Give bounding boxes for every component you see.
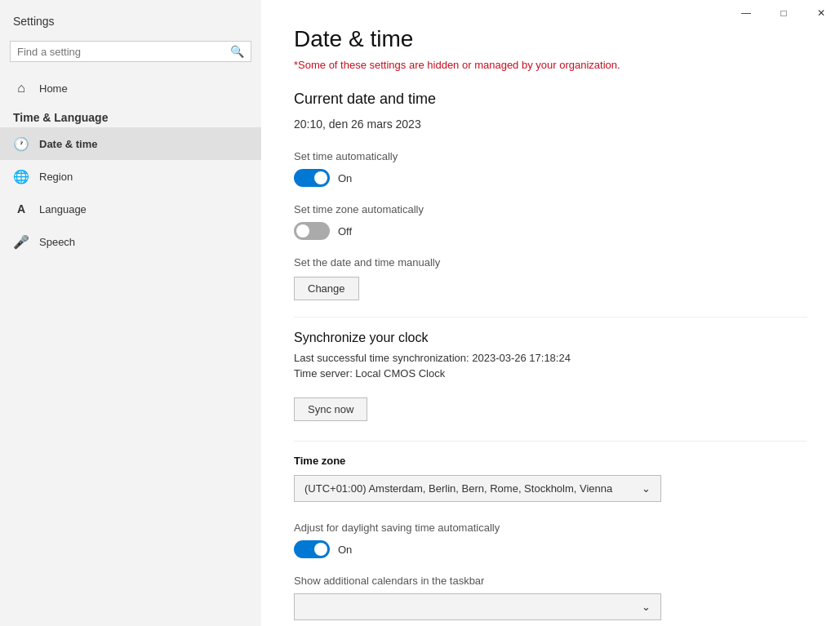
sidebar-item-home-label: Home [39,82,68,95]
search-icon: 🔍 [230,45,244,58]
set-time-auto-row: On [294,169,807,187]
set-time-auto-toggle[interactable] [294,169,330,187]
search-box[interactable]: 🔍 [10,41,251,62]
sync-section: Synchronize your clock Last successful t… [294,331,807,421]
app-title: Settings [0,8,261,41]
current-section-title: Current date and time [294,91,807,108]
sidebar-item-region[interactable]: 🌐 Region [0,160,261,193]
daylight-toggle[interactable] [294,540,330,558]
nav-section-label: Time & Language [0,104,261,127]
additional-cal-block: Show additional calendars in the taskbar… [294,575,807,620]
sync-server: Time server: Local CMOS Clock [294,367,807,380]
minimize-button[interactable]: — [727,0,765,26]
chevron-down-icon: ⌄ [642,482,651,495]
set-timezone-auto-label: Set time zone automatically [294,203,807,215]
current-datetime: 20:10, den 26 mars 2023 [294,118,807,131]
microphone-icon: 🎤 [13,233,29,250]
daylight-block: Adjust for daylight saving time automati… [294,522,807,558]
set-manually-block: Set the date and time manually Change [294,256,807,300]
set-manually-label: Set the date and time manually [294,256,807,269]
divider-2 [294,441,807,442]
org-notice: *Some of these settings are hidden or ma… [294,59,807,71]
daylight-row: On [294,540,807,558]
sidebar-item-language-label: Language [39,203,87,215]
page-title: Date & time [294,26,807,52]
language-icon: A [13,201,29,217]
change-button[interactable]: Change [294,277,359,300]
home-icon: ⌂ [13,80,29,96]
clock-icon: 🕐 [13,135,29,152]
daylight-toggle-knob [314,543,327,556]
set-time-auto-state: On [338,172,352,184]
set-timezone-auto-state: Off [338,225,352,238]
sidebar-item-speech[interactable]: 🎤 Speech [0,225,261,258]
set-timezone-auto-toggle[interactable] [294,222,330,240]
set-time-auto-label: Set time automatically [294,150,807,162]
close-button[interactable]: ✕ [802,0,840,26]
sync-now-button[interactable]: Sync now [294,397,367,421]
sidebar-item-home[interactable]: ⌂ Home [0,72,261,104]
divider-1 [294,317,807,317]
set-time-auto-block: Set time automatically On [294,150,807,187]
timezone-dropdown[interactable]: (UTC+01:00) Amsterdam, Berlin, Bern, Rom… [294,475,661,502]
additional-cal-dropdown[interactable]: ⌄ [294,593,661,620]
sync-title: Synchronize your clock [294,331,807,345]
daylight-state: On [338,544,352,556]
additional-cal-chevron-icon: ⌄ [642,601,651,613]
sync-last: Last successful time synchronization: 20… [294,352,807,364]
sidebar-item-speech-label: Speech [39,236,75,248]
daylight-label: Adjust for daylight saving time automati… [294,522,807,534]
additional-cal-label: Show additional calendars in the taskbar [294,575,807,587]
set-time-auto-toggle-knob [314,171,327,184]
main-content: — □ ✕ Date & time *Some of these setting… [261,0,840,626]
set-timezone-auto-row: Off [294,222,807,240]
maximize-button[interactable]: □ [765,0,802,26]
search-input[interactable] [17,46,230,58]
sidebar-item-date-time-label: Date & time [39,138,98,150]
sidebar-item-region-label: Region [39,171,73,183]
titlebar: — □ ✕ [727,0,840,26]
sidebar-item-language[interactable]: A Language [0,193,261,225]
set-timezone-auto-block: Set time zone automatically Off [294,203,807,240]
sidebar: Settings 🔍 ⌂ Home Time & Language 🕐 Date… [0,0,261,626]
timezone-label: Time zone [294,455,807,467]
globe-icon: 🌐 [13,168,29,184]
set-timezone-auto-toggle-knob [296,224,309,238]
timezone-value: (UTC+01:00) Amsterdam, Berlin, Bern, Rom… [304,482,612,495]
sidebar-item-date-time[interactable]: 🕐 Date & time [0,127,261,160]
